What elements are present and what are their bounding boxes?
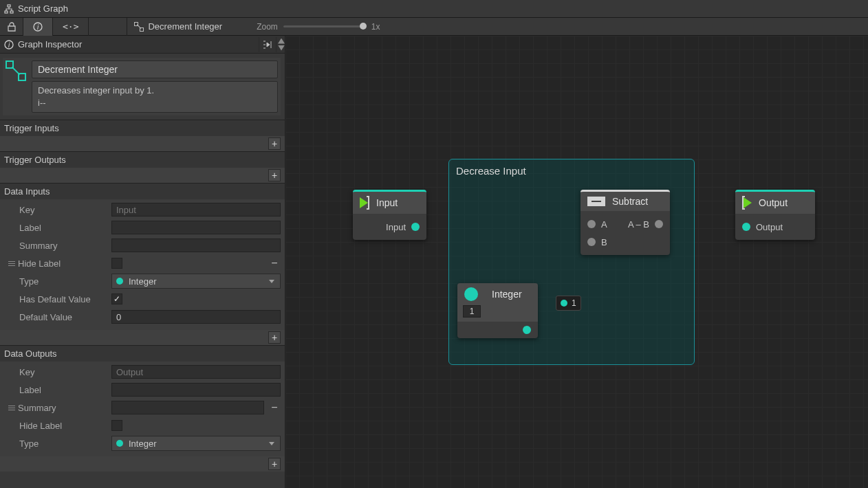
window-title: Script Graph [18,3,68,14]
drag-handle-icon[interactable] [8,406,15,410]
label-label: Label [4,385,107,395]
svg-rect-2 [10,11,13,13]
data-output-summary-field[interactable] [111,401,264,414]
hierarchy-icon [4,4,14,14]
summary-label: Summary [4,241,107,251]
drag-handle-icon[interactable] [8,261,15,266]
node-title: Output [759,197,788,208]
node-title: Integer [492,289,522,300]
type-label: Type [4,276,107,287]
svg-text:i: i [8,41,10,49]
add-data-input-button[interactable]: + [268,331,281,344]
zoom-slider[interactable] [283,25,366,27]
lock-button[interactable] [0,18,23,36]
lock-icon [8,22,16,32]
port-icon [587,238,596,246]
label-label: Label [4,223,107,233]
input-arrow-icon [360,196,369,210]
info-icon: i [33,22,43,32]
node-title: Subtract [612,196,648,207]
reorder-down-button[interactable] [278,45,285,51]
type-label: Type [4,439,107,449]
code-tab-button[interactable]: <·> [53,18,89,36]
trigger-inputs-add-row: + [0,136,285,151]
port-output-in[interactable]: Output [735,218,815,236]
data-inputs-header: Data Inputs [0,183,285,199]
subtract-icon [587,197,605,206]
reorder-up-button[interactable] [278,38,285,44]
port-icon [655,220,663,228]
trigger-outputs-header: Trigger Outputs [0,151,285,168]
info-icon: i [4,40,14,49]
port-icon [411,223,420,231]
window-titlebar: Script Graph [0,0,868,18]
data-input-label-field[interactable] [111,221,281,234]
remove-data-output-button[interactable]: − [268,401,281,414]
integer-type-icon [561,300,567,307]
value-tooltip: 1 [556,296,581,311]
hide-label-label: Hide Label [4,421,107,431]
output-arrow-icon [742,196,752,210]
node-subtract[interactable]: Subtract A A – B B [581,190,670,255]
data-input-default-value-field[interactable] [111,310,281,324]
port-input-out[interactable]: Input [353,218,426,236]
collapse-icon [263,41,272,49]
data-input-summary-field[interactable] [111,239,281,252]
node-input[interactable]: Input Input [353,190,426,240]
zoom-label: Zoom [257,22,278,32]
toolbar: i <·> Decrement Integer Zoom 1x [0,18,868,36]
data-input-key-field[interactable] [111,203,281,217]
svg-rect-1 [5,11,8,13]
zoom-value: 1x [371,22,380,32]
node-icon [134,22,144,32]
node-name-field[interactable]: Decrement Integer [32,60,278,78]
data-input-has-default-checkbox[interactable]: ✓ [111,293,122,304]
data-input-hide-label-checkbox[interactable] [111,258,122,269]
add-trigger-output-button[interactable]: + [268,169,281,181]
summary-label: Summary [4,403,107,413]
remove-data-input-button[interactable]: − [268,257,281,269]
add-data-output-button[interactable]: + [268,458,281,470]
code-icon: <·> [63,21,78,32]
data-input-type-dropdown[interactable]: Integer [111,274,281,289]
collapse-panel-button[interactable] [259,37,276,52]
default-value-label: Default Value [4,312,107,322]
key-label: Key [4,205,107,215]
graph-canvas[interactable]: Decrease Input Input Input Subtract A A … [285,36,868,488]
data-outputs-props: Key Label Summary − Hide Label Type [0,362,285,456]
node-icon [6,60,26,81]
add-trigger-input-button[interactable]: + [268,137,281,150]
breadcrumb[interactable]: Decrement Integer [127,18,229,36]
integer-value-field[interactable]: 1 [463,305,481,318]
port-subtract-b[interactable]: B [581,233,670,251]
data-outputs-header: Data Outputs [0,345,285,362]
tooltip-value: 1 [572,298,576,308]
trigger-inputs-header: Trigger Inputs [0,120,285,136]
inspector-header: i Graph Inspector [0,36,285,54]
data-inputs-props: Key Label Summary Hide Label − Type [0,199,285,330]
inspector-title: Graph Inspector [18,39,82,49]
svg-text:i: i [37,23,39,31]
integer-type-icon [464,287,478,301]
group-title[interactable]: Decrease Input [449,159,694,182]
has-default-label: Has Default Value [4,294,107,304]
zoom-control: Zoom 1x [229,22,380,32]
data-output-label-field[interactable] [111,383,281,397]
node-output[interactable]: Output Output [735,190,815,240]
port-icon[interactable] [523,326,531,334]
svg-rect-0 [8,5,10,7]
port-icon [742,223,750,231]
data-output-hide-label-checkbox[interactable] [111,420,122,431]
inspector-node-card: Decrement Integer Decreases integer inpu… [3,58,281,115]
port-subtract-a[interactable]: A A – B [581,215,670,233]
data-output-key-field[interactable] [111,365,281,379]
trigger-outputs-add-row: + [0,168,285,183]
hide-label-label: Hide Label [4,258,107,269]
node-title: Input [376,197,398,208]
key-label: Key [4,367,107,377]
data-output-type-dropdown[interactable]: Integer [111,436,281,451]
node-summary-field[interactable]: Decreases integer input by 1. i-- [32,81,278,113]
info-tab-button[interactable]: i [23,18,53,36]
breadcrumb-label: Decrement Integer [148,21,222,32]
node-integer-literal[interactable]: Integer 1 [457,283,538,338]
